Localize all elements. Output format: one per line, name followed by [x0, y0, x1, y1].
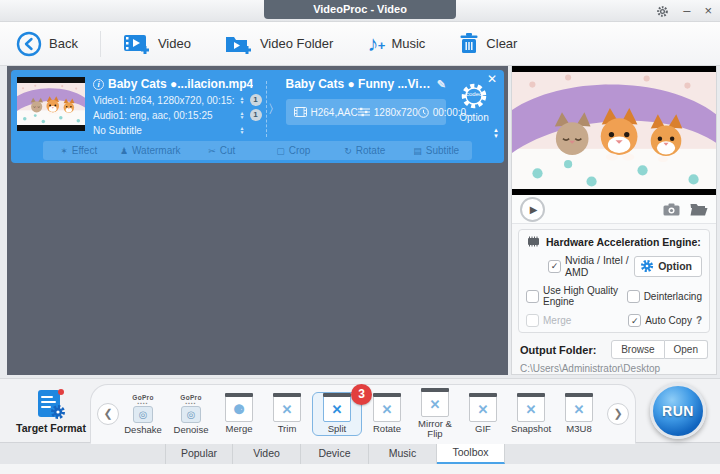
add-music-button[interactable]: ♪+ Music	[367, 33, 425, 55]
tool-label: Split	[313, 424, 361, 434]
settings-gear-icon[interactable]	[656, 5, 669, 18]
auto-copy-label: Auto Copy	[645, 315, 692, 326]
tool-snapshot[interactable]: ✕ Snapshot	[508, 393, 554, 434]
rotate-button[interactable]: ↻Rotate	[329, 141, 401, 160]
cut-label: Cut	[220, 145, 236, 156]
tool-merge[interactable]: ⚈ Merge	[216, 393, 262, 434]
subtitle-track-label: No Subtitle	[93, 125, 235, 136]
subtitle-track-row[interactable]: No Subtitle ▲▼	[93, 124, 262, 136]
rotate-label: Rotate	[356, 145, 385, 156]
codec-option-label: Option	[459, 112, 488, 123]
chip-icon	[526, 236, 541, 248]
codec-gear-word: codec	[459, 91, 489, 97]
auto-copy-checkbox[interactable]: Auto Copy?	[628, 314, 702, 327]
tool-rotate[interactable]: ✕ Rotate	[364, 393, 410, 434]
category-tabs: Popular Video Device Music Toolbox	[0, 442, 720, 464]
audio-track-label: Audio1: eng, aac, 00:15:25	[93, 110, 235, 121]
track-stepper-icon[interactable]: ▲▼	[240, 96, 245, 104]
resolution-value: 1280x720	[374, 107, 418, 118]
scroll-right-icon[interactable]: ❯	[607, 403, 629, 425]
watermark-label: Watermark	[132, 145, 181, 156]
tool-gif[interactable]: ✕ GIF	[460, 393, 506, 434]
gopro-camera-icon: GoPro ▪▪▪▪ ◎	[129, 395, 157, 423]
back-button[interactable]: Back	[16, 31, 78, 57]
open-folder-icon[interactable]	[690, 203, 708, 216]
tab-video[interactable]: Video	[233, 443, 301, 464]
tool-label: Deshake	[120, 425, 166, 435]
audio-track-row[interactable]: Audio1: eng, aac, 00:15:25 ▲▼ 1	[93, 109, 262, 121]
tab-music[interactable]: Music	[369, 443, 437, 464]
hardware-acceleration-box: Hardware Acceleration Engine: Nvidia / I…	[518, 229, 710, 333]
auto-copy-help-icon[interactable]: ?	[696, 315, 702, 326]
back-label: Back	[49, 36, 78, 51]
tool-m3u8[interactable]: ✕ M3U8	[556, 393, 602, 434]
audio-track-count: 1	[250, 109, 262, 121]
add-video-button[interactable]: Video	[123, 32, 191, 56]
tools-icon: ✕	[517, 395, 545, 422]
info-icon: i	[93, 79, 104, 90]
preview-panel: ▶ Hardware Acceleration Engine: Nvidia /…	[511, 66, 717, 375]
tab-popular[interactable]: Popular	[165, 443, 233, 464]
tab-toolbox[interactable]: Toolbox	[437, 443, 505, 464]
effect-button[interactable]: ✶Effect	[43, 141, 115, 160]
browse-button[interactable]: Browse	[611, 340, 664, 359]
tool-denoise[interactable]: GoPro ▪▪▪▪ ◎ Denoise	[168, 393, 214, 435]
tool-label: Trim	[264, 424, 310, 434]
music-icon: ♪+	[367, 33, 378, 55]
minimize-button[interactable]: –	[683, 0, 690, 22]
back-icon	[16, 31, 42, 57]
output-format-pill: H264,AAC 1280x720 00:00:0...	[286, 99, 446, 125]
clip-thumbnail[interactable]	[17, 77, 85, 131]
high-quality-label: Use High Quality Engine	[543, 285, 627, 307]
snapshot-camera-icon[interactable]	[663, 203, 680, 216]
gopro-camera-icon: GoPro ▪▪▪▪ ◎	[177, 395, 205, 423]
clip-card[interactable]: ✕ i	[11, 70, 504, 163]
watermark-button[interactable]: ♟Watermark	[115, 141, 187, 160]
scissors-icon: ✂	[208, 146, 216, 156]
codec-gear-icon[interactable]: codec	[459, 81, 489, 111]
tool-mirror-flip[interactable]: ✕ Mirror & Flip	[412, 388, 458, 439]
subtitle-button[interactable]: ▤Subtitle	[401, 141, 473, 160]
tools-icon: ✕	[421, 390, 449, 417]
output-folder-path: C:\Users\Administrator\Desktop	[520, 363, 708, 374]
deinterlacing-checkbox[interactable]: Deinterlacing	[627, 285, 702, 307]
video-track-label: Video1: h264, 1280x720, 00:15:25	[93, 95, 235, 106]
tool-label: Denoise	[168, 425, 214, 435]
tab-device[interactable]: Device	[301, 443, 369, 464]
add-video-folder-button[interactable]: Video Folder	[225, 32, 333, 56]
main-toolbar: Back Video Video Folder ♪+ Music Clear	[0, 22, 720, 66]
hw-option-label: Option	[658, 260, 692, 272]
tool-split[interactable]: 3 ✕ Split	[312, 392, 362, 436]
trash-icon	[459, 32, 479, 56]
open-button[interactable]: Open	[665, 340, 708, 359]
high-quality-checkbox[interactable]: Use High Quality Engine	[526, 285, 627, 307]
target-format-button[interactable]: Target Format	[12, 388, 90, 434]
scroll-left-icon[interactable]: ❮	[97, 403, 119, 425]
tool-trim[interactable]: ✕ Trim	[264, 393, 310, 434]
magic-wand-icon: ✶	[60, 146, 68, 156]
cut-button[interactable]: ✂Cut	[186, 141, 258, 160]
nvidia-checkbox[interactable]	[548, 260, 561, 273]
clip-output-title: Baby Cats ● Funny ...Video Recopilacion	[286, 77, 432, 91]
watermark-icon: ♟	[120, 146, 128, 156]
track-stepper-icon[interactable]: ▲▼	[240, 126, 245, 134]
video-preview[interactable]	[512, 66, 716, 195]
clear-button[interactable]: Clear	[459, 32, 517, 56]
kittens-thumbnail-image	[17, 83, 85, 125]
video-icon	[123, 32, 151, 56]
film-icon	[294, 107, 307, 117]
clip-output-info: Baby Cats ● Funny ...Video Recopilacion …	[282, 77, 450, 125]
tool-deshake[interactable]: GoPro ▪▪▪▪ ◎ Deshake	[120, 393, 166, 435]
reorder-arrows-icon[interactable]: ▲▼	[493, 127, 499, 139]
close-button[interactable]: ×	[704, 0, 712, 22]
run-button[interactable]: RUN	[650, 383, 706, 439]
clip-source-info: i Baby Cats ●...ilacion.mp4 Video1: h264…	[85, 77, 266, 136]
hw-option-button[interactable]: Option	[634, 256, 702, 277]
play-button[interactable]: ▶	[520, 197, 545, 222]
window-title: VideoProc - Video	[264, 0, 456, 19]
track-stepper-icon[interactable]: ▲▼	[240, 111, 245, 119]
resolution-segment: 1280x720	[358, 107, 418, 118]
video-track-row[interactable]: Video1: h264, 1280x720, 00:15:25 ▲▼ 1	[93, 94, 262, 106]
edit-title-icon[interactable]: ✎	[437, 78, 446, 91]
crop-button[interactable]: ▢Crop	[258, 141, 330, 160]
